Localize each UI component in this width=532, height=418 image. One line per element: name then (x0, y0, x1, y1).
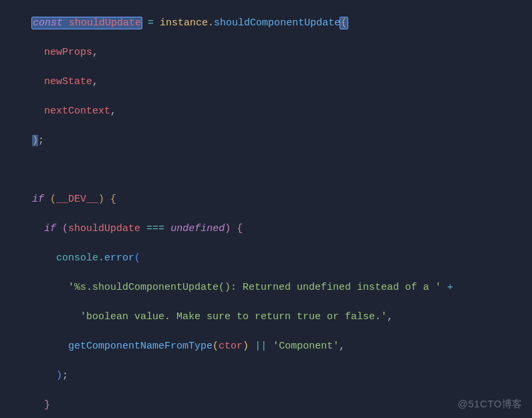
code-line (8, 163, 532, 178)
code-line: if (shouldUpdate === undefined) { (8, 222, 532, 236)
code-line: newProps, (8, 45, 532, 60)
code-line: 'boolean value. Make sure to return true… (8, 310, 532, 325)
code-line: getComponentNameFromType(ctor) || 'Compo… (8, 339, 532, 354)
code-line: console.error( (8, 251, 532, 266)
code-line: if (__DEV__) { (8, 192, 532, 207)
code-line: '%s.shouldComponentUpdate(): Returned un… (8, 280, 532, 295)
code-line: ); (8, 369, 532, 383)
watermark-text: @51CTO博客 (458, 397, 523, 411)
code-editor[interactable]: const shouldUpdate = instance.shouldComp… (0, 0, 532, 418)
code-line: } (8, 398, 532, 413)
code-line: ); (8, 134, 532, 148)
code-line: const shouldUpdate = instance.shouldComp… (8, 16, 532, 31)
code-line: newState, (8, 75, 532, 89)
code-line: nextContext, (8, 104, 532, 119)
